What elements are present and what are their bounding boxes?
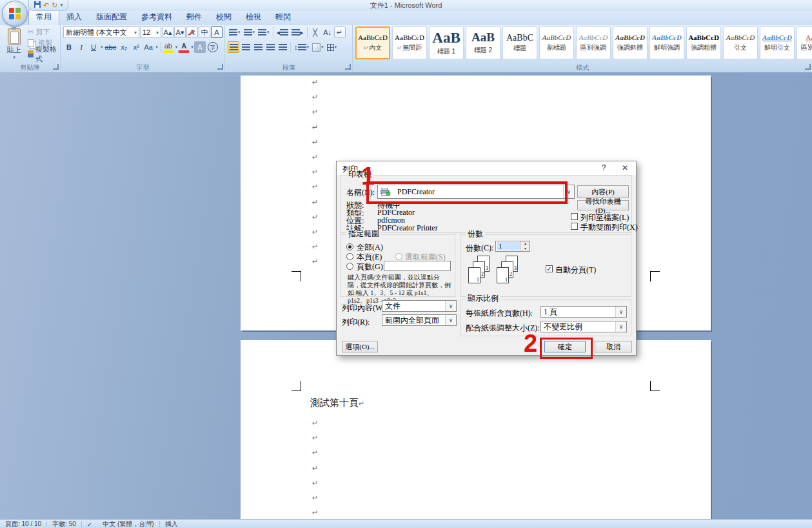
subscript-button[interactable]: x₂ — [118, 41, 130, 53]
print-dialog-titlebar[interactable]: 列印 ? ✕ — [337, 161, 636, 175]
style-item[interactable]: AaBbCcD副標題 — [539, 26, 574, 59]
multilevel-list-button[interactable]: ▾ — [257, 26, 271, 38]
asian-layout-button[interactable]: ╳ — [310, 26, 321, 38]
justify-button[interactable] — [264, 41, 276, 53]
tab-6[interactable]: 檢視 — [239, 10, 268, 25]
enclose-characters-button[interactable]: 字 — [206, 41, 219, 53]
cut-button[interactable]: ✂ 剪下 — [28, 26, 60, 37]
sort-button[interactable]: A↓ — [322, 26, 333, 38]
word-count[interactable]: 字數: 50 — [47, 520, 81, 528]
increase-indent-button[interactable]: ▸ — [290, 26, 305, 38]
print-option-combo[interactable]: 範圍內全部頁面 ∨ — [382, 314, 457, 326]
grow-font-button[interactable]: A▴ — [162, 26, 173, 38]
options-button[interactable]: 選項(O)... — [342, 341, 378, 352]
bullets-button[interactable]: ▾ — [228, 26, 242, 38]
align-right-button[interactable] — [252, 41, 264, 53]
paste-button[interactable]: 貼上 ▾ — [2, 26, 26, 62]
font-color-dropdown-icon[interactable]: ▾ — [191, 45, 193, 50]
style-item[interactable]: AaBbCcD區別強調 — [576, 26, 611, 59]
language-indicator[interactable]: 中文 (繁體，台灣) — [97, 520, 159, 528]
scale-to-paper-dropdown-icon[interactable]: ∨ — [615, 321, 626, 332]
align-center-button[interactable] — [240, 41, 252, 53]
change-case-button[interactable]: Aa — [143, 41, 154, 53]
tab-5[interactable]: 校閱 — [209, 10, 239, 25]
shading-button[interactable]: ▾ — [311, 41, 325, 53]
font-name-combo[interactable]: 新細明體 (本文中文 ▾ — [63, 26, 139, 38]
tab-7[interactable]: 輕閃 — [268, 10, 298, 25]
insert-mode-indicator[interactable]: 插入 — [160, 520, 183, 528]
range-all-radio[interactable] — [346, 243, 353, 250]
style-item[interactable]: AaBbCcD強調斜體 — [613, 26, 648, 59]
line-spacing-button[interactable]: ↕▾ — [293, 41, 310, 53]
underline-dropdown-icon[interactable]: ▾ — [101, 45, 103, 50]
bold-button[interactable]: B — [63, 41, 75, 53]
styles-dialog-launcher-icon[interactable] — [805, 64, 811, 70]
manual-duplex-checkbox[interactable] — [571, 223, 578, 230]
numbering-button[interactable]: ▾ — [243, 26, 257, 38]
style-item[interactable]: AaBbCcD強調粗體 — [686, 26, 721, 59]
distribute-button[interactable] — [277, 41, 288, 53]
phonetic-guide-button[interactable]: 中 — [199, 26, 210, 38]
undo-icon[interactable]: ↶ — [43, 1, 49, 10]
dialog-help-button[interactable]: ? — [594, 161, 613, 175]
print-option-dropdown-icon[interactable]: ∨ — [445, 315, 456, 325]
office-button[interactable] — [2, 1, 28, 26]
paste-dropdown-icon[interactable]: ▾ — [13, 55, 15, 60]
find-printer-button[interactable]: 尋找印表機(D)... — [577, 200, 629, 210]
strikethrough-button[interactable]: abc — [104, 41, 118, 53]
page-range-input[interactable] — [384, 261, 451, 271]
clipboard-dialog-launcher-icon[interactable] — [53, 64, 59, 70]
dialog-close-icon[interactable]: ✕ — [615, 161, 635, 175]
tab-1[interactable]: 插入 — [59, 10, 89, 25]
clear-formatting-button[interactable]: A — [186, 26, 198, 38]
cancel-button[interactable]: 取消 — [595, 341, 632, 352]
show-marks-button[interactable]: ↵ — [334, 26, 346, 38]
format-painter-button[interactable]: 複製格式 — [28, 48, 60, 59]
highlight-button[interactable]: ab — [163, 41, 174, 53]
character-shading-button[interactable]: A — [194, 41, 206, 53]
change-case-dropdown-icon[interactable]: ▾ — [155, 45, 158, 50]
pages-per-sheet-combo[interactable]: 1 頁 ∨ — [540, 306, 627, 318]
spin-up-icon[interactable]: ▲ — [521, 241, 530, 247]
redo-icon[interactable]: ↻ — [52, 1, 57, 10]
range-current-page-radio[interactable] — [346, 253, 353, 260]
shrink-font-button[interactable]: A▾ — [174, 26, 186, 38]
font-dialog-launcher-icon[interactable] — [217, 64, 223, 70]
superscript-button[interactable]: x² — [130, 41, 142, 53]
italic-button[interactable]: I — [75, 41, 87, 53]
tab-4[interactable]: 郵件 — [179, 10, 209, 25]
collate-checkbox[interactable]: ✓ — [546, 265, 553, 272]
qat-customize-icon[interactable]: ▾ — [60, 1, 63, 10]
tab-0[interactable]: 常用 — [28, 9, 59, 25]
character-border-button[interactable]: A — [211, 26, 223, 38]
print-to-file-checkbox[interactable] — [571, 213, 578, 220]
font-size-combo[interactable]: 12 ▾ — [140, 26, 161, 38]
range-selection-radio[interactable] — [395, 253, 402, 260]
underline-button[interactable]: U — [88, 41, 99, 53]
save-icon[interactable] — [34, 1, 41, 10]
style-item[interactable]: AaB標題 2 — [466, 26, 500, 59]
style-item[interactable]: AaBbCcD鮮明引文 — [760, 26, 795, 59]
document-page-10[interactable]: 測試第十頁↵ ↵↵↵↵↵↵↵ — [241, 340, 711, 519]
font-color-button[interactable]: A — [178, 41, 190, 53]
copies-spinner[interactable]: 1 ▲▼ — [495, 241, 530, 252]
paragraph-dialog-launcher-icon[interactable] — [345, 64, 351, 70]
style-item[interactable]: AaBbCcD↵無間距 — [392, 26, 427, 59]
spellcheck-icon[interactable]: ✓ — [82, 521, 97, 528]
tab-2[interactable]: 版面配置 — [89, 10, 134, 25]
decrease-indent-button[interactable]: ◂ — [275, 26, 290, 38]
spin-down-icon[interactable]: ▼ — [521, 247, 530, 252]
pages-per-sheet-dropdown-icon[interactable]: ∨ — [615, 307, 626, 317]
page-indicator[interactable]: 頁面: 10 / 10 — [0, 520, 46, 528]
style-item[interactable]: AaBbCcD↵內文 — [355, 26, 390, 59]
style-item[interactable]: AaBbCcD引文 — [723, 26, 758, 59]
range-pages-radio[interactable] — [346, 263, 353, 270]
tab-3[interactable]: 參考資料 — [134, 10, 179, 25]
borders-button[interactable]: ▾ — [326, 41, 339, 53]
style-item[interactable]: AaBb區別參考 — [797, 26, 812, 59]
print-what-combo[interactable]: 文件 ∨ — [382, 300, 457, 312]
print-what-dropdown-icon[interactable]: ∨ — [445, 301, 456, 311]
style-item[interactable]: AaB標題 1 — [429, 26, 464, 59]
style-item[interactable]: AaBbCcD鮮明強調 — [649, 26, 684, 59]
style-item[interactable]: AaBbC標題 — [502, 26, 537, 59]
